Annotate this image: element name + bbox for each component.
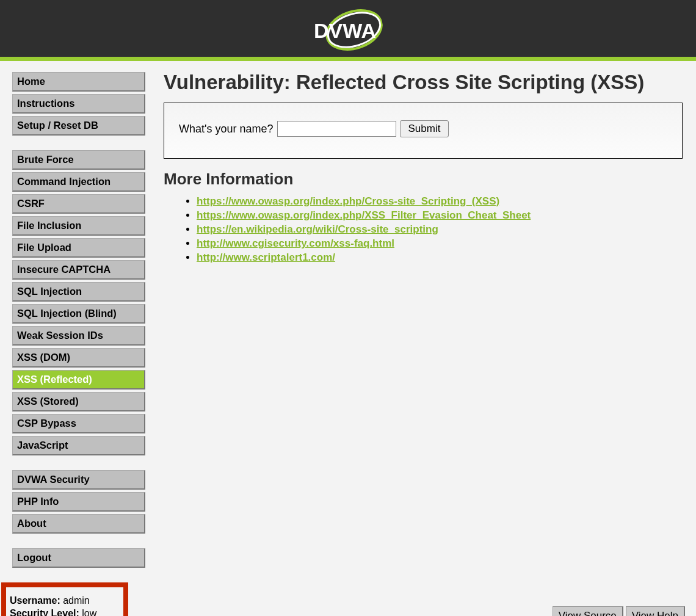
info-link[interactable]: https://www.owasp.org/index.php/Cross-si… — [197, 195, 499, 207]
list-item: http://www.cgisecurity.com/xss-faq.html — [197, 237, 683, 251]
sidebar-item-dvwa-security[interactable]: DVWA Security — [12, 470, 145, 490]
sidebar-item-xss-stored[interactable]: XSS (Stored) — [12, 392, 145, 411]
name-input[interactable] — [277, 121, 396, 137]
sidebar-item-setup[interactable]: Setup / Reset DB — [12, 116, 145, 136]
list-item: https://www.owasp.org/index.php/XSS_Filt… — [197, 209, 683, 223]
list-item: https://en.wikipedia.org/wiki/Cross-site… — [197, 223, 683, 237]
list-item: http://www.scriptalert1.com/ — [197, 251, 683, 265]
sidebar-item-about[interactable]: About — [12, 514, 145, 534]
sidebar-item-home[interactable]: Home — [12, 72, 145, 92]
sidebar-item-command-injection[interactable]: Command Injection — [12, 172, 145, 192]
view-source-button[interactable]: View Source — [553, 606, 623, 616]
info-link[interactable]: https://www.owasp.org/index.php/XSS_Filt… — [197, 209, 531, 221]
info-link[interactable]: http://www.cgisecurity.com/xss-faq.html — [197, 237, 394, 249]
system-info-box: Username: admin Security Level: low PHPI… — [1, 582, 128, 616]
sidebar-item-javascript[interactable]: JavaScript — [12, 436, 145, 455]
sidebar: HomeInstructionsSetup / Reset DB Brute F… — [0, 61, 158, 616]
logo: DVWA — [305, 6, 391, 54]
page-title: Vulnerability: Reflected Cross Site Scri… — [164, 71, 683, 94]
info-link[interactable]: https://en.wikipedia.org/wiki/Cross-site… — [197, 223, 438, 235]
sidebar-item-insecure-captcha[interactable]: Insecure CAPTCHA — [12, 260, 145, 280]
header: DVWA — [0, 0, 696, 61]
security-level-label: Security Level: — [10, 608, 79, 616]
username-value: admin — [63, 595, 90, 606]
sidebar-item-sql-injection-blind[interactable]: SQL Injection (Blind) — [12, 304, 145, 324]
security-level-value: low — [82, 608, 96, 616]
sidebar-item-csrf[interactable]: CSRF — [12, 194, 145, 214]
sidebar-item-file-upload[interactable]: File Upload — [12, 238, 145, 258]
sidebar-item-brute-force[interactable]: Brute Force — [12, 150, 145, 170]
sidebar-item-logout[interactable]: Logout — [12, 548, 145, 568]
info-link[interactable]: http://www.scriptalert1.com/ — [197, 252, 335, 263]
content: Vulnerability: Reflected Cross Site Scri… — [158, 61, 696, 616]
more-info-links: https://www.owasp.org/index.php/Cross-si… — [164, 195, 683, 265]
sidebar-item-php-info[interactable]: PHP Info — [12, 492, 145, 512]
sidebar-item-xss-reflected[interactable]: XSS (Reflected) — [12, 370, 145, 390]
sidebar-item-sql-injection[interactable]: SQL Injection — [12, 282, 145, 302]
sidebar-item-weak-session-ids[interactable]: Weak Session IDs — [12, 326, 145, 346]
more-info-heading: More Information — [164, 170, 683, 189]
view-help-button[interactable]: View Help — [626, 606, 685, 616]
sidebar-item-instructions[interactable]: Instructions — [12, 94, 145, 114]
name-label: What's your name? — [179, 123, 274, 136]
form-box: What's your name? Submit — [164, 103, 683, 159]
sidebar-item-xss-dom[interactable]: XSS (DOM) — [12, 348, 145, 368]
dvwa-logo-icon: DVWA — [305, 6, 391, 54]
list-item: https://www.owasp.org/index.php/Cross-si… — [197, 195, 683, 209]
svg-text:DVWA: DVWA — [314, 19, 376, 42]
footer-buttons: View Source View Help — [553, 606, 685, 616]
sidebar-item-file-inclusion[interactable]: File Inclusion — [12, 216, 145, 236]
username-label: Username: — [10, 595, 60, 606]
submit-button[interactable]: Submit — [400, 120, 449, 137]
sidebar-item-csp-bypass[interactable]: CSP Bypass — [12, 414, 145, 433]
